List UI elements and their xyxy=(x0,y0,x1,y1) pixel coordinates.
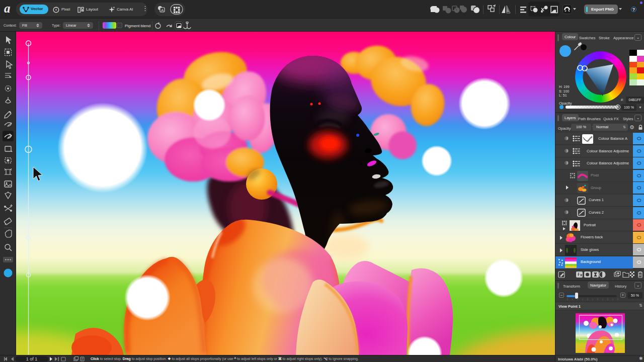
svg-text:1 of 1: 1 of 1 xyxy=(26,356,38,361)
svg-text:A: A xyxy=(161,8,164,13)
